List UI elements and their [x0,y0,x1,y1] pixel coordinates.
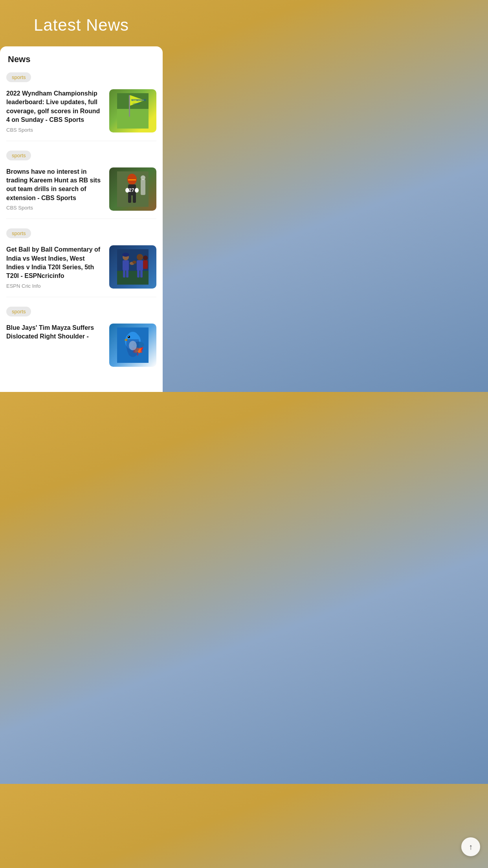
category-badge: sports [6,151,31,160]
svg-rect-32 [140,270,143,278]
section-title: News [6,54,156,64]
news-source: ESPN Cric Info [6,283,105,289]
news-text-side: 2022 Wyndham Championship leaderboard: L… [6,89,105,133]
svg-point-27 [143,256,148,260]
category-badge: sports [6,72,31,82]
news-image: 27 [109,167,156,211]
svg-rect-16 [141,179,145,195]
news-headline: 2022 Wyndham Championship leaderboard: L… [6,89,105,125]
svg-text:27: 27 [129,188,134,193]
svg-rect-31 [137,270,139,278]
svg-rect-21 [123,260,129,270]
category-badge: sports [6,228,31,238]
svg-rect-13 [133,194,136,203]
svg-point-17 [141,175,145,180]
svg-point-26 [132,261,136,264]
svg-rect-12 [128,194,131,203]
news-image: 🍁 [109,324,156,367]
news-headline: Browns have no interest in trading Karee… [6,167,105,203]
category-badge: sports [6,307,31,316]
svg-point-15 [135,188,139,193]
header: Latest News [0,0,163,46]
news-source: CBS Sports [6,127,105,133]
list-item[interactable]: sports 2022 Wyndham Championship leaderb… [6,72,156,141]
news-image: WYNDHAM CHAMP [109,89,156,132]
news-headline: Blue Jays' Tim Mayza Suffers Dislocated … [6,324,105,341]
svg-rect-30 [126,270,128,278]
news-text-side: Blue Jays' Tim Mayza Suffers Dislocated … [6,324,105,344]
svg-text:CHAMP: CHAMP [133,103,140,105]
svg-rect-9 [128,179,136,180]
svg-point-23 [137,254,143,260]
svg-rect-1 [117,109,149,129]
news-text-side: Get Ball by Ball Commentary of India vs … [6,245,105,289]
svg-rect-28 [143,260,148,269]
svg-text:WYNDHAM: WYNDHAM [131,99,146,101]
svg-rect-29 [123,270,125,278]
svg-point-38 [128,336,129,337]
list-item[interactable]: sports Get Ball by Ball Commentary of In… [6,228,156,297]
list-item[interactable]: sports Browns have no interest in tradin… [6,151,156,219]
svg-point-22 [122,253,129,257]
news-text-side: Browns have no interest in trading Karee… [6,167,105,211]
svg-rect-2 [129,95,130,117]
list-item[interactable]: sports Blue Jays' Tim Mayza Suffers Disl… [6,307,156,375]
news-image [109,245,156,289]
svg-rect-24 [137,260,143,270]
svg-point-37 [128,336,130,338]
page-title: Latest News [8,16,155,35]
news-source: CBS Sports [6,205,105,211]
news-card: News sports 2022 Wyndham Championship le… [0,46,163,392]
news-headline: Get Ball by Ball Commentary of India vs … [6,245,105,281]
svg-point-14 [125,188,129,193]
svg-rect-19 [117,271,149,285]
